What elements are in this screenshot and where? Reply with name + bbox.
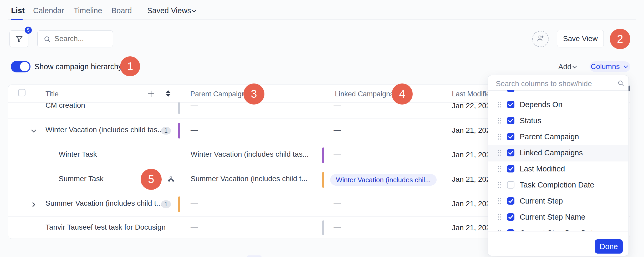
toggle-knob (20, 62, 29, 71)
drag-handle-icon[interactable] (498, 150, 499, 151)
sort-icon[interactable] (166, 90, 171, 97)
checkbox-checked[interactable] (507, 197, 514, 205)
drag-handle-icon[interactable] (498, 102, 499, 103)
last-modified-cell: Jan 21, 202 (452, 126, 490, 135)
parent-campaign-cell: — (191, 126, 198, 134)
checkbox-checked[interactable] (507, 229, 514, 231)
drag-handle-icon[interactable] (498, 198, 499, 199)
tab-saved-views[interactable]: Saved Views (147, 6, 191, 15)
panel-footer-divider (488, 231, 628, 231)
tab-timeline[interactable]: Timeline (74, 6, 102, 15)
add-dropdown[interactable]: Add (558, 63, 571, 71)
select-all-checkbox[interactable] (18, 89, 25, 96)
drag-handle-icon[interactable] (498, 134, 499, 135)
filter-funnel-icon (15, 34, 24, 45)
task-title[interactable]: Summer Task (59, 175, 104, 183)
linked-campaign-pill[interactable]: Winter Vacation (includes chil... (330, 174, 437, 186)
campaign-list-page: List Calendar Timeline Board Saved Views… (0, 0, 644, 257)
columns-search-input[interactable] (495, 78, 609, 90)
table-scrollbar-thumb[interactable] (628, 86, 630, 91)
column-header-linked-campaigns[interactable]: Linked Campaigns (335, 90, 394, 98)
collapse-chevron-down-icon[interactable] (30, 127, 38, 136)
column-item-label: Linked Campaigns (520, 149, 583, 157)
parent-campaign-color-bar (322, 147, 324, 163)
active-tab-underline (11, 19, 23, 20)
linked-campaigns-cell: — (334, 126, 341, 134)
hierarchy-sitemap-icon[interactable] (167, 176, 175, 185)
task-title[interactable]: Tanvir Tauseef test task for Docusign (45, 223, 166, 231)
drag-handle-icon[interactable] (498, 118, 499, 119)
tab-calendar[interactable]: Calendar (33, 6, 64, 15)
task-title[interactable]: CM creation (45, 101, 85, 110)
columns-dropdown[interactable]: Columns (590, 61, 630, 72)
child-count-badge: 1 (161, 200, 171, 208)
annotation-circle-4: 4 (392, 83, 413, 105)
save-view-button[interactable]: Save View (557, 30, 604, 47)
tabbar-divider (8, 19, 636, 20)
campaign-title[interactable]: Winter Vacation (includes child tas... (45, 126, 163, 134)
chevron-down-icon[interactable] (190, 7, 198, 16)
column-header-title[interactable]: Title (45, 90, 59, 98)
parent-campaign-cell: — (191, 101, 198, 110)
column-item-label: Current Step Name (520, 213, 585, 221)
bottom-peek-element[interactable] (247, 255, 262, 257)
checkbox-checked[interactable] (507, 133, 514, 140)
search-box[interactable] (37, 30, 113, 47)
last-modified-cell: Jan 22, 202 (452, 102, 490, 110)
annotation-circle-3: 3 (243, 83, 264, 105)
panel-search-icon (617, 80, 625, 88)
save-view-label: Save View (563, 34, 598, 43)
last-modified-cell: Jan 21, 202 (452, 200, 490, 208)
columns-panel: Depends On Status Parent Campaign (488, 75, 629, 256)
add-chevron-down-icon[interactable] (571, 63, 578, 72)
search-icon (43, 35, 51, 44)
column-item-label: Current Step Due Date (520, 229, 597, 231)
invite-user-button[interactable] (532, 31, 549, 47)
drag-handle-icon[interactable] (498, 214, 499, 215)
tab-list[interactable]: List (11, 6, 25, 15)
checkbox-checked[interactable] (507, 90, 514, 92)
campaign-title[interactable]: Summer Vacation (includes child t... (45, 199, 162, 207)
checkbox-checked[interactable] (507, 117, 514, 124)
checkbox-checked[interactable] (507, 213, 514, 221)
columns-list: Depends On Status Parent Campaign (488, 90, 628, 231)
hierarchy-toggle[interactable] (11, 61, 30, 72)
filter-button[interactable] (9, 30, 28, 47)
checkbox-unchecked[interactable] (507, 181, 514, 189)
annotation-circle-1: 1 (120, 56, 140, 76)
parent-campaign-cell: — (191, 199, 198, 207)
done-button[interactable]: Done (595, 239, 623, 254)
hierarchy-toggle-label: Show campaign hierarchy (34, 62, 122, 71)
tab-board[interactable]: Board (111, 6, 132, 15)
add-column-plus-icon[interactable] (147, 90, 155, 99)
column-item-label: Task Completion Date (520, 181, 594, 189)
parent-campaign-color-bar (322, 220, 324, 235)
drag-handle-icon[interactable] (498, 182, 499, 183)
column-header-parent-campaign[interactable]: Parent Campaign (190, 90, 246, 98)
column-item-label: Status (520, 116, 541, 125)
expand-chevron-right-icon[interactable] (30, 201, 38, 210)
last-modified-cell: Jan 21, 202 (452, 224, 490, 232)
drag-handle-icon[interactable] (498, 166, 499, 167)
person-add-icon (536, 34, 545, 44)
parent-campaign-cell: — (191, 223, 198, 231)
column-item-label: Last Modified (520, 165, 565, 173)
columns-chevron-down-icon (622, 63, 629, 70)
parent-campaign-cell: Summer Vacation (includes child t... (191, 175, 308, 183)
checkbox-checked[interactable] (507, 101, 514, 108)
checkbox-checked[interactable] (507, 149, 514, 156)
annotation-circle-5: 5 (141, 169, 162, 190)
campaign-color-bar (178, 123, 180, 139)
filter-count-badge: 5 (25, 27, 32, 34)
column-item-label: Depends On (520, 100, 563, 109)
search-input[interactable] (54, 32, 108, 45)
task-title[interactable]: Winter Task (59, 150, 97, 159)
annotation-circle-2: 2 (610, 29, 630, 49)
checkbox-checked[interactable] (507, 165, 514, 172)
title-column-border (181, 85, 181, 239)
parent-campaign-cell: Winter Vacation (includes child tas... (191, 150, 309, 159)
column-item-label: Parent Campaign (520, 132, 579, 141)
linked-campaigns-cell: — (334, 101, 341, 110)
campaign-color-bar (178, 196, 180, 212)
last-modified-cell: Jan 21, 202 (452, 175, 490, 184)
